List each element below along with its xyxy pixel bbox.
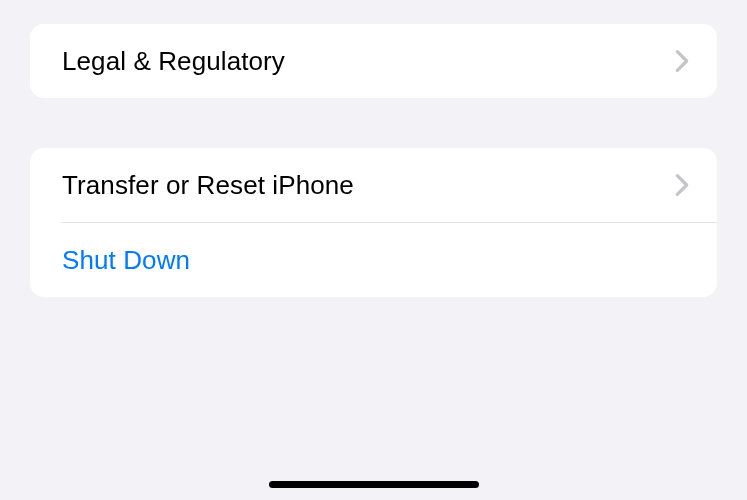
home-indicator[interactable] — [269, 481, 479, 488]
row-legal-regulatory[interactable]: Legal & Regulatory — [30, 24, 717, 98]
row-label: Transfer or Reset iPhone — [62, 170, 354, 201]
settings-group-transfer-shutdown: Transfer or Reset iPhone Shut Down — [30, 148, 717, 297]
group-spacer — [30, 98, 717, 148]
chevron-right-icon — [675, 49, 689, 73]
settings-content: Legal & Regulatory Transfer or Reset iPh… — [0, 0, 747, 297]
row-shut-down[interactable]: Shut Down — [30, 223, 717, 297]
row-label: Legal & Regulatory — [62, 46, 285, 77]
chevron-right-icon — [675, 173, 689, 197]
row-label: Shut Down — [62, 245, 190, 276]
settings-group-legal: Legal & Regulatory — [30, 24, 717, 98]
row-transfer-or-reset[interactable]: Transfer or Reset iPhone — [30, 148, 717, 222]
